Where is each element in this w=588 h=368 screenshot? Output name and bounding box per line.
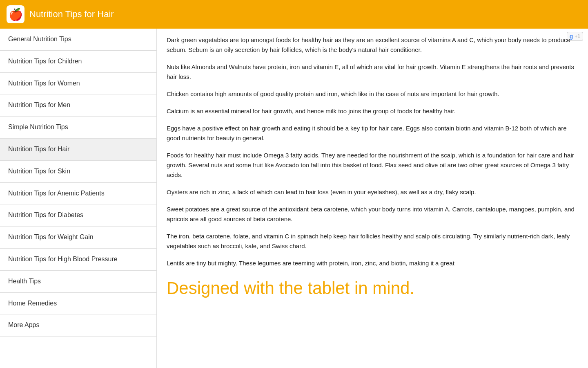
content-paragraph-3: Calcium is an essential mineral for hair…	[167, 106, 578, 116]
sidebar-item-hair[interactable]: Nutrition Tips for Hair	[0, 139, 156, 161]
sidebar-item-children[interactable]: Nutrition Tips for Children	[0, 51, 156, 73]
sidebar: General Nutrition TipsNutrition Tips for…	[0, 29, 157, 368]
sidebar-item-men[interactable]: Nutrition Tips for Men	[0, 94, 156, 117]
header-title: Nutrition Tips for Hair	[29, 9, 114, 20]
sidebar-item-health[interactable]: Health Tips	[0, 271, 156, 293]
main-content: g +1 Dark green vegetables are top among…	[157, 29, 588, 368]
content-area: Dark green vegetables are top amongst fo…	[167, 35, 578, 268]
sidebar-item-simple[interactable]: Simple Nutrition Tips	[0, 117, 156, 139]
sidebar-item-remedies[interactable]: Home Remedies	[0, 293, 156, 315]
main-layout: General Nutrition TipsNutrition Tips for…	[0, 29, 588, 368]
sidebar-item-weight-gain[interactable]: Nutrition Tips for Weight Gain	[0, 227, 156, 249]
sidebar-item-blood-pressure[interactable]: Nutrition Tips for High Blood Pressure	[0, 249, 156, 271]
content-paragraph-0: Dark green vegetables are top amongst fo…	[167, 35, 578, 55]
promo-text: Designed with the tablet in mind.	[167, 278, 578, 298]
content-paragraph-2: Chicken contains high amounts of good qu…	[167, 89, 578, 99]
app-icon: 🍎	[7, 5, 24, 23]
sidebar-item-skin[interactable]: Nutrition Tips for Skin	[0, 161, 156, 183]
content-paragraph-5: Foods for healthy hair must include Omeg…	[167, 150, 578, 180]
content-paragraph-7: Sweet potatoes are a great source of the…	[167, 204, 578, 224]
app-header: 🍎 Nutrition Tips for Hair	[0, 0, 588, 29]
sidebar-item-general[interactable]: General Nutrition Tips	[0, 29, 156, 51]
content-paragraph-9: Lentils are tiny but mighty. These legum…	[167, 258, 578, 268]
content-paragraph-6: Oysters are rich in zinc, a lack of whic…	[167, 187, 578, 197]
apple-icon: 🍎	[9, 8, 23, 21]
sidebar-item-more[interactable]: More Apps	[0, 314, 156, 337]
content-paragraph-4: Eggs have a positive effect on hair grow…	[167, 123, 578, 143]
sidebar-item-diabetes[interactable]: Nutrition Tips for Diabetes	[0, 204, 156, 227]
sidebar-item-anemic[interactable]: Nutrition Tips for Anemic Patients	[0, 183, 156, 205]
content-paragraph-8: The iron, beta carotene, folate, and vit…	[167, 231, 578, 251]
content-paragraph-1: Nuts like Almonds and Walnuts have prote…	[167, 62, 578, 82]
sidebar-item-women[interactable]: Nutrition Tips for Women	[0, 73, 156, 95]
